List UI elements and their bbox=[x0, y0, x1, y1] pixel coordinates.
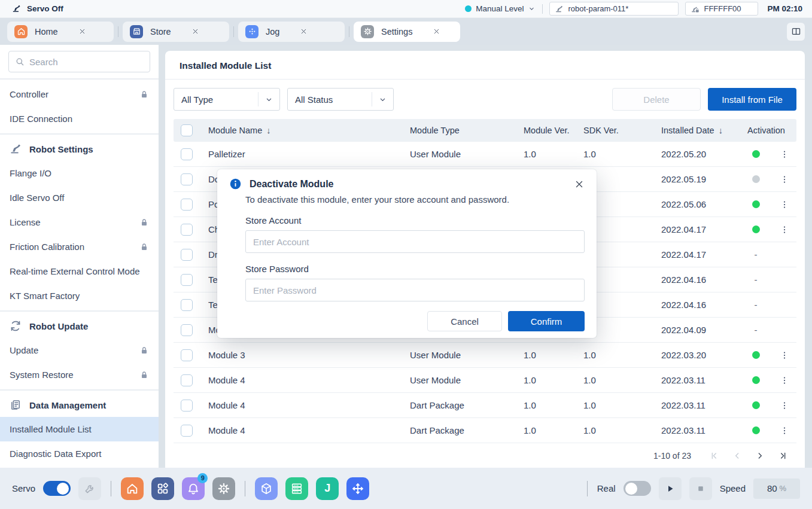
tab-jog[interactable]: Jog bbox=[238, 22, 345, 42]
row-checkbox[interactable] bbox=[181, 299, 193, 311]
row-checkbox[interactable] bbox=[181, 425, 193, 437]
tab-label: Settings bbox=[381, 27, 412, 36]
install-from-file-button[interactable]: Install from File bbox=[708, 88, 796, 111]
split-view-button[interactable] bbox=[787, 23, 805, 41]
row-menu-button[interactable] bbox=[773, 224, 796, 235]
row-menu-button[interactable] bbox=[773, 425, 796, 436]
column-header-module-type: Module Type bbox=[402, 126, 515, 135]
close-icon[interactable] bbox=[574, 179, 585, 190]
last-page-button[interactable] bbox=[775, 448, 790, 464]
apps-button[interactable] bbox=[151, 477, 174, 500]
row-checkbox[interactable] bbox=[181, 374, 193, 386]
tab-home[interactable]: Home bbox=[7, 22, 114, 42]
row-menu-button[interactable] bbox=[773, 174, 796, 185]
move-button[interactable] bbox=[346, 477, 369, 500]
row-menu-button[interactable] bbox=[773, 199, 796, 210]
kebab-icon bbox=[779, 149, 790, 160]
cell-module-type: Dart Package bbox=[402, 400, 515, 410]
home-button[interactable] bbox=[121, 477, 144, 500]
row-checkbox[interactable] bbox=[181, 224, 193, 236]
next-page-button[interactable] bbox=[752, 448, 768, 464]
sidebar-item-system-restore[interactable]: System Restore bbox=[0, 362, 159, 387]
row-checkbox[interactable] bbox=[181, 199, 193, 211]
real-mode-toggle[interactable] bbox=[624, 481, 651, 496]
sidebar-item-kt-smart-factory[interactable]: KT Smart Factory bbox=[0, 284, 159, 308]
close-icon[interactable] bbox=[191, 28, 199, 35]
jog-button[interactable]: J bbox=[316, 477, 339, 500]
modules-button[interactable] bbox=[285, 477, 308, 500]
sidebar-item-real-time-external-control-mode[interactable]: Real-time External Control Mode bbox=[0, 259, 159, 284]
gear-icon bbox=[217, 482, 230, 495]
row-checkbox[interactable] bbox=[181, 274, 193, 286]
cell-installed-date: 2022.03.11 bbox=[652, 425, 739, 435]
type-filter-value: All Type bbox=[174, 95, 258, 105]
speed-value-box[interactable]: 80 % bbox=[753, 478, 800, 499]
row-menu-button[interactable] bbox=[773, 149, 796, 160]
close-icon[interactable] bbox=[433, 28, 440, 35]
manual-level-dropdown[interactable]: Manual Level bbox=[465, 4, 536, 13]
cell-sdk-ver: 1.0 bbox=[575, 350, 652, 360]
sidebar-item-installed-module-list[interactable]: Installed Module List bbox=[0, 417, 159, 441]
sidebar-item-idle-servo-off[interactable]: Idle Servo Off bbox=[0, 185, 159, 210]
column-header-module-name[interactable]: Module Name↓ bbox=[200, 126, 402, 135]
row-menu-button[interactable] bbox=[773, 350, 796, 361]
settings-button[interactable] bbox=[212, 477, 235, 500]
table-header-row: Module Name↓Module TypeModule Ver.SDK Ve… bbox=[174, 119, 796, 142]
status-filter-select[interactable]: All Status bbox=[287, 88, 394, 111]
sidebar-item-diagnostic-data-export[interactable]: Diagnostic Data Export bbox=[0, 441, 159, 466]
row-menu-button[interactable] bbox=[773, 375, 796, 386]
store-account-input[interactable] bbox=[245, 230, 585, 253]
sidebar-section: Robot UpdateUpdateSystem Restore bbox=[0, 312, 159, 391]
select-all-checkbox[interactable] bbox=[181, 124, 193, 136]
cell-installed-date: 2022.05.20 bbox=[652, 149, 739, 159]
type-filter-select[interactable]: All Type bbox=[174, 88, 280, 111]
servo-toggle[interactable] bbox=[43, 481, 71, 496]
page-prev-icon bbox=[732, 451, 742, 461]
divider bbox=[111, 481, 111, 496]
workcell-button[interactable] bbox=[255, 477, 278, 500]
sidebar-item-update[interactable]: Update bbox=[0, 338, 159, 362]
row-checkbox[interactable] bbox=[181, 400, 193, 412]
play-button[interactable] bbox=[659, 477, 682, 500]
top-status-bar: Servo Off Manual Level robot-param-011* … bbox=[0, 0, 812, 18]
store-account-label: Store Account bbox=[245, 215, 585, 225]
close-icon[interactable] bbox=[78, 28, 86, 35]
activation-dot-on bbox=[752, 200, 760, 208]
sidebar-item-controller[interactable]: Controller bbox=[0, 82, 159, 106]
tab-settings[interactable]: Settings bbox=[354, 22, 460, 42]
stop-button[interactable] bbox=[689, 477, 712, 500]
cell-module-name: Module 4 bbox=[200, 375, 402, 385]
store-password-input[interactable] bbox=[245, 279, 585, 301]
search-input[interactable] bbox=[29, 57, 144, 67]
sidebar-item-friction-calibration[interactable]: Friction Calibration bbox=[0, 234, 159, 259]
robot-param-field[interactable]: robot-param-011* bbox=[549, 2, 679, 16]
pagination: 1-10 of 23 bbox=[165, 443, 805, 468]
activation-dot-on bbox=[752, 401, 760, 409]
bottom-toolbar: Servo 9J Real Speed 80 % bbox=[0, 468, 812, 509]
sidebar-header-robot-settings: Robot Settings bbox=[0, 137, 159, 161]
close-icon[interactable] bbox=[300, 28, 308, 35]
sidebar-item-flange-i-o[interactable]: Flange I/O bbox=[0, 161, 159, 185]
sidebar-item-license[interactable]: License bbox=[0, 210, 159, 234]
confirm-button[interactable]: Confirm bbox=[508, 311, 585, 331]
robot-code-field[interactable]: FFFFFF00 bbox=[685, 2, 758, 16]
tool-settings-button[interactable] bbox=[78, 477, 101, 500]
tab-bar: HomeStoreJogSettings bbox=[0, 18, 812, 45]
row-checkbox[interactable] bbox=[181, 349, 193, 361]
chevron-down-icon bbox=[528, 5, 536, 13]
delete-button[interactable]: Delete bbox=[612, 88, 701, 111]
row-checkbox[interactable] bbox=[181, 148, 193, 160]
notifications-button[interactable]: 9 bbox=[182, 477, 205, 500]
tab-store[interactable]: Store bbox=[123, 22, 229, 42]
sidebar-item-ide-connection[interactable]: IDE Connection bbox=[0, 106, 159, 131]
real-toggle-label: Real bbox=[597, 483, 616, 493]
row-checkbox[interactable] bbox=[181, 324, 193, 336]
cancel-button[interactable]: Cancel bbox=[427, 311, 502, 331]
apps-icon bbox=[156, 482, 169, 495]
lock-icon bbox=[139, 218, 149, 227]
row-menu-button[interactable] bbox=[773, 400, 796, 411]
row-checkbox[interactable] bbox=[181, 249, 193, 261]
clock: PM 02:10 bbox=[767, 4, 802, 13]
column-header-installed-date[interactable]: Installed Date↓ bbox=[652, 126, 739, 135]
row-checkbox[interactable] bbox=[181, 173, 193, 185]
